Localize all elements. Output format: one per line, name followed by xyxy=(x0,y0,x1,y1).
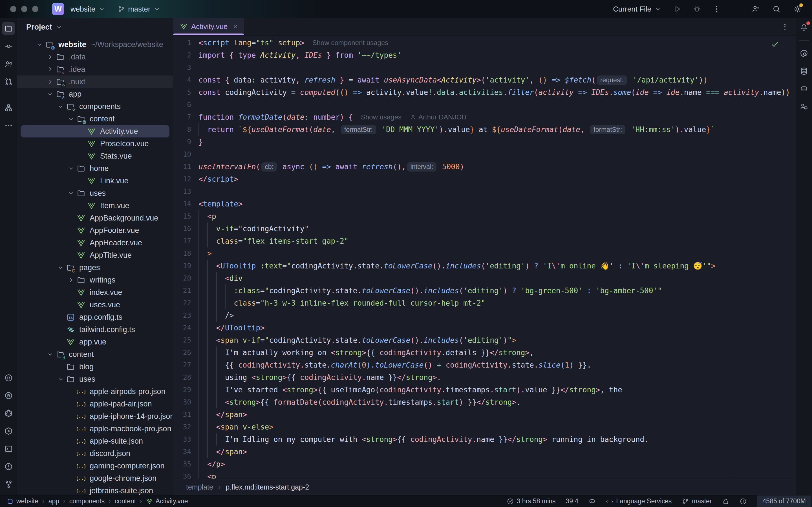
ai-assistant-button[interactable] xyxy=(798,47,811,60)
chevron-down-icon[interactable] xyxy=(55,376,66,383)
code-line-3[interactable]: 3 xyxy=(173,61,796,74)
status-widget-copilot[interactable] xyxy=(589,498,596,505)
tree-item-proseicon-vue[interactable]: ProseIcon.vue xyxy=(17,137,173,150)
line-number[interactable]: 26 xyxy=(173,349,199,356)
commit-button[interactable] xyxy=(2,40,15,53)
tree-item-appheader-vue[interactable]: AppHeader.vue xyxy=(17,237,173,249)
window-controls[interactable] xyxy=(10,6,38,12)
line-number[interactable]: 3 xyxy=(173,64,199,71)
code-line-28[interactable]: 28using <strong>{{ codingActivity.name }… xyxy=(173,371,796,384)
tree-item-appfooter-vue[interactable]: AppFooter.vue xyxy=(17,224,173,237)
code-line-19[interactable]: 19<UTooltip :text="codingActivity.state.… xyxy=(173,260,796,272)
settings-button[interactable] xyxy=(791,3,804,15)
tree-item--idea[interactable]: IJ.idea xyxy=(17,63,173,75)
tree-item-activity-vue[interactable]: Activity.vue xyxy=(17,125,173,137)
code-line-24[interactable]: 24</UTooltip> xyxy=(173,322,796,334)
status-widget-master[interactable]: master xyxy=(682,497,712,505)
structure-button[interactable] xyxy=(2,101,15,114)
line-number[interactable]: 33 xyxy=(173,436,199,443)
tab-close-icon[interactable]: × xyxy=(233,22,238,31)
code-line-12[interactable]: 12</script> xyxy=(173,173,796,185)
code-line-15[interactable]: 15<p xyxy=(173,210,796,223)
status-widget-unlock[interactable] xyxy=(722,498,729,505)
code-line-8[interactable]: 8return `${useDateFormat(date, formatStr… xyxy=(173,123,796,136)
line-number[interactable]: 35 xyxy=(173,460,199,468)
code-line-6[interactable]: 6 xyxy=(173,99,796,111)
code-line-33[interactable]: 33I'm Idling on my computer with <strong… xyxy=(173,433,796,446)
line-number[interactable]: 23 xyxy=(173,312,199,320)
line-number[interactable]: 4 xyxy=(173,76,199,84)
code-line-5[interactable]: 5const codingActivity = computed(() => a… xyxy=(173,86,796,99)
code-line-17[interactable]: 17class="flex items-start gap-2" xyxy=(173,235,796,247)
debug-button[interactable] xyxy=(691,3,703,15)
line-number[interactable]: 36 xyxy=(173,473,199,479)
terminal-button[interactable] xyxy=(2,442,15,455)
tree-item-apple-airpods-pro-json[interactable]: {..}apple-airpods-pro.json xyxy=(17,385,173,398)
code-editor[interactable]: 1<script lang="ts" setup>Show component … xyxy=(173,35,796,479)
status-breadcrumb-website[interactable]: website xyxy=(7,497,38,505)
tree-item--data[interactable]: .data xyxy=(17,51,173,63)
more-horiz-button[interactable] xyxy=(2,119,15,132)
run-configuration-selector[interactable]: Current File xyxy=(613,5,661,13)
branch-switcher[interactable]: master xyxy=(118,5,160,13)
line-number[interactable]: 12 xyxy=(173,175,199,183)
r-lang-button[interactable]: R xyxy=(2,371,15,384)
line-number[interactable]: 27 xyxy=(173,361,199,369)
tree-item-pages[interactable]: pages xyxy=(17,262,173,274)
tree-item-app-vue[interactable]: app.vue xyxy=(17,336,173,348)
line-number[interactable]: 30 xyxy=(173,398,199,406)
tree-item-website[interactable]: website~/Workspace/website xyxy=(17,38,173,51)
tree-item-app[interactable]: app xyxy=(17,88,173,100)
code-line-20[interactable]: 20<div xyxy=(173,272,796,284)
line-number[interactable]: 22 xyxy=(173,299,199,307)
code-line-4[interactable]: 4const { data: activity, refresh } = awa… xyxy=(173,74,796,86)
line-number[interactable]: 21 xyxy=(173,287,199,295)
tree-item--nuxt[interactable]: .nuxt xyxy=(17,75,173,88)
code-line-9[interactable]: 9} xyxy=(173,136,796,148)
tree-item-index-vue[interactable]: index.vue xyxy=(17,286,173,298)
line-number[interactable]: 34 xyxy=(173,448,199,456)
line-number[interactable]: 19 xyxy=(173,262,199,270)
tree-item-jetbrains-suite-json[interactable]: {..}jetbrains-suite.json xyxy=(17,485,173,496)
tree-item-apple-iphone-14-pro-json[interactable]: {..}apple-iphone-14-pro.json xyxy=(17,410,173,422)
status-widget-39-4[interactable]: 39:4 xyxy=(566,497,578,505)
code-line-22[interactable]: 22class="h-3 w-3 inline-flex rounded-ful… xyxy=(173,297,796,309)
chevron-down-icon[interactable] xyxy=(65,165,77,172)
line-number[interactable]: 15 xyxy=(173,212,199,220)
code-line-2[interactable]: 2import { type Activity, IDEs } from '~~… xyxy=(173,49,796,61)
code-line-23[interactable]: 23/> xyxy=(173,309,796,322)
code-line-16[interactable]: 16v-if="codingActivity" xyxy=(173,223,796,235)
project-panel-header[interactable]: Project xyxy=(17,18,173,36)
graphql-button[interactable] xyxy=(2,407,15,420)
status-widget-4585-of-7700m[interactable]: 4585 of 7700M xyxy=(757,496,811,507)
code-line-14[interactable]: 14<template> xyxy=(173,198,796,210)
tree-item-writings[interactable]: writings xyxy=(17,274,173,286)
git-fork-button[interactable] xyxy=(2,478,15,491)
code-line-21[interactable]: 21:class="codingActivity.state.toLowerCa… xyxy=(173,284,796,297)
line-number[interactable]: 11 xyxy=(173,163,199,171)
code-line-10[interactable]: 10 xyxy=(173,148,796,161)
code-line-18[interactable]: 18> xyxy=(173,247,796,260)
line-number[interactable]: 2 xyxy=(173,51,199,59)
tree-item-app-config-ts[interactable]: TSapp.config.ts xyxy=(17,311,173,323)
chevron-down-icon[interactable] xyxy=(45,91,56,98)
user-plus-button[interactable] xyxy=(749,3,762,15)
status-breadcrumb-app[interactable]: app xyxy=(49,497,59,505)
tree-item-item-vue[interactable]: Item.vue xyxy=(17,200,173,212)
chevron-down-icon[interactable] xyxy=(65,115,77,122)
line-number[interactable]: 28 xyxy=(173,374,199,381)
chevron-down-icon[interactable] xyxy=(34,41,45,48)
users-help-button[interactable] xyxy=(2,57,15,70)
tree-item-apptitle-vue[interactable]: AppTitle.vue xyxy=(17,249,173,262)
code-line-7[interactable]: 7function formatDate(date: number) {Show… xyxy=(173,111,796,123)
window-maximize-button[interactable] xyxy=(32,6,38,12)
status-breadcrumb-activity-vue[interactable]: Activity.vue xyxy=(146,497,188,505)
more-vert-button[interactable] xyxy=(711,3,723,15)
tree-item-uses[interactable]: uses xyxy=(17,187,173,200)
pull-request-button[interactable] xyxy=(2,75,15,88)
code-line-29[interactable]: 29I've started <strong>{{ useTimeAgo(cod… xyxy=(173,384,796,396)
line-number[interactable]: 10 xyxy=(173,151,199,158)
status-widget-error-circle[interactable] xyxy=(740,498,747,505)
status-widget-3-hrs-58-mins[interactable]: 3 hrs 58 mins xyxy=(507,497,556,505)
line-number[interactable]: 20 xyxy=(173,274,199,282)
